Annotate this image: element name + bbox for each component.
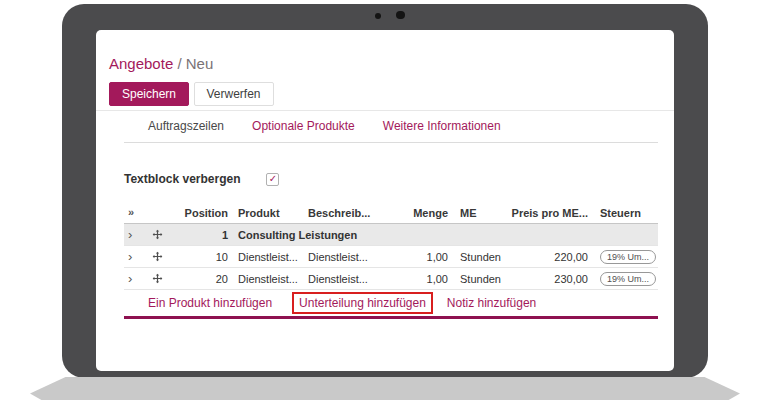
cell-position: 20	[170, 273, 230, 285]
textblock-checkbox[interactable]: ✓	[266, 173, 279, 186]
textblock-label: Textblock verbergen	[124, 172, 240, 186]
cell-product: Dienstleist...	[230, 251, 300, 263]
discard-button[interactable]: Verwerfen	[194, 82, 274, 106]
section-row[interactable]: › 1 Consulting Leistungen	[124, 224, 658, 246]
header-position: Position	[170, 207, 230, 219]
drag-handle-icon[interactable]	[144, 229, 170, 240]
add-section-link[interactable]: Unterteilung hinzufügen	[299, 296, 426, 310]
cell-uom: Stunden	[450, 273, 508, 285]
cell-quantity: 1,00	[390, 273, 450, 285]
cell-product: Dienstleist...	[230, 273, 300, 285]
section-position: 1	[170, 229, 230, 241]
add-product-link[interactable]: Ein Produkt hinzufügen	[148, 296, 272, 310]
breadcrumb-separator: /	[177, 55, 181, 72]
breadcrumb: Angebote / Neu	[109, 55, 213, 72]
table-footer-links: Ein Produkt hinzufügen Unterteilung hinz…	[148, 290, 658, 315]
camera-sensor-icon	[396, 11, 405, 19]
order-line-row[interactable]: › 20 Dienstleist... Dienstleist... 1,00 …	[124, 268, 658, 290]
check-icon: ✓	[269, 174, 277, 184]
app-screen: Angebote / Neu Speichern Verwerfen Auftr…	[96, 30, 674, 371]
cell-unit-price: 230,00	[508, 273, 590, 285]
cell-description: Dienstleist...	[300, 251, 390, 263]
header-unit-price: Preis pro ME...	[508, 207, 590, 219]
cell-description: Dienstleist...	[300, 273, 390, 285]
table-bottom-accent-line	[124, 316, 658, 319]
expand-row-icon[interactable]: ›	[124, 228, 144, 241]
laptop-mockup: Angebote / Neu Speichern Verwerfen Auftr…	[0, 0, 770, 404]
tax-badge: 19% Um...	[600, 250, 656, 264]
header-description: Beschreib...	[300, 207, 390, 219]
textblock-field: Textblock verbergen ✓	[124, 172, 279, 186]
breadcrumb-section[interactable]: Angebote	[109, 55, 173, 72]
expand-row-icon[interactable]: ›	[124, 272, 144, 285]
expand-row-icon[interactable]: ›	[124, 250, 144, 263]
add-note-link[interactable]: Notiz hinzufügen	[447, 296, 536, 310]
order-lines-table: » Position Produkt Beschreib... Menge ME…	[124, 202, 658, 319]
order-line-row[interactable]: › 10 Dienstleist... Dienstleist... 1,00 …	[124, 246, 658, 268]
tab-optionale-produkte[interactable]: Optionale Produkte	[238, 119, 369, 142]
header-product: Produkt	[230, 207, 300, 219]
tab-weitere-informationen[interactable]: Weitere Informationen	[369, 119, 515, 142]
cell-unit-price: 220,00	[508, 251, 590, 263]
cell-taxes: 19% Um...	[590, 250, 658, 264]
cell-quantity: 1,00	[390, 251, 450, 263]
header-quantity: Menge	[390, 207, 450, 219]
action-bar: Speichern Verwerfen	[96, 82, 674, 111]
header-uom: ME	[450, 207, 508, 219]
section-title: Consulting Leistungen	[230, 229, 658, 241]
camera-dot-icon	[375, 13, 381, 19]
cell-position: 10	[170, 251, 230, 263]
save-button[interactable]: Speichern	[109, 82, 189, 106]
breadcrumb-current: Neu	[186, 55, 214, 72]
tax-badge: 19% Um...	[600, 272, 656, 286]
drag-handle-icon[interactable]	[144, 251, 170, 262]
header-taxes: Steuern	[590, 207, 658, 219]
table-header-row: » Position Produkt Beschreib... Menge ME…	[124, 202, 658, 224]
laptop-base	[30, 377, 740, 400]
header-expand: »	[124, 207, 144, 218]
drag-handle-icon[interactable]	[144, 273, 170, 284]
add-section-highlight-box: Unterteilung hinzufügen	[292, 292, 433, 314]
tab-auftragszeilen[interactable]: Auftragszeilen	[134, 119, 238, 142]
notebook-tabs: Auftragszeilen Optionale Produkte Weiter…	[124, 115, 658, 143]
cell-uom: Stunden	[450, 251, 508, 263]
cell-taxes: 19% Um...	[590, 272, 658, 286]
